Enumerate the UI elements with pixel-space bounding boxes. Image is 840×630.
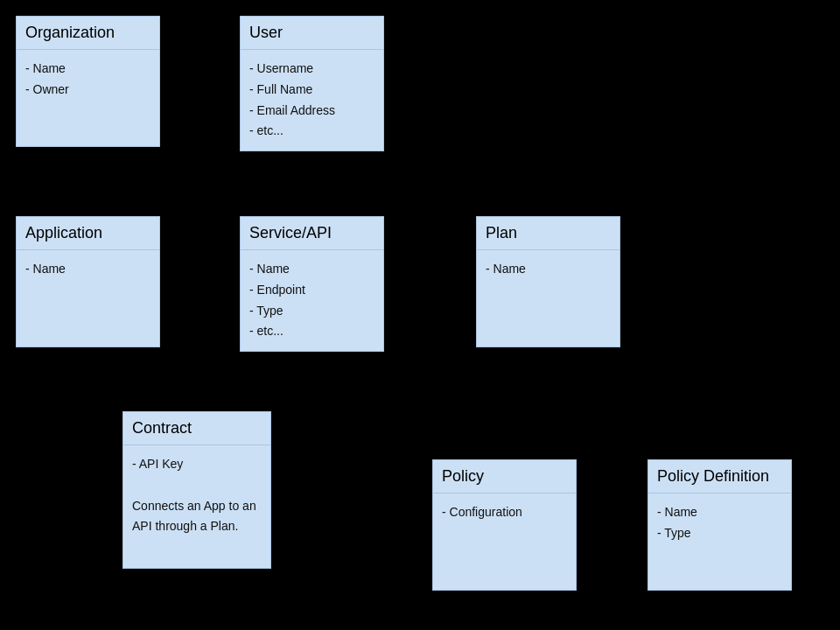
user-body: - Username - Full Name - Email Address -…	[241, 50, 383, 150]
policy-definition-entity: Policy Definition - Name - Type	[648, 459, 792, 591]
org-field-2: - Owner	[25, 80, 150, 101]
organization-body: - Name - Owner	[17, 50, 159, 109]
service-api-body: - Name - Endpoint - Type - etc...	[241, 250, 383, 351]
contract-entity: Contract - API Key Connects an App to an…	[122, 411, 271, 569]
poldef-field-2: - Type	[657, 523, 782, 544]
user-field-2: - Full Name	[249, 80, 374, 101]
plan-title: Plan	[477, 217, 620, 250]
api-field-1: - Name	[249, 259, 374, 280]
service-api-title: Service/API	[241, 217, 383, 250]
contract-description: Connects an App to an API through a Plan…	[132, 496, 262, 538]
contract-field-1: - API Key	[132, 454, 262, 475]
app-field-1: - Name	[25, 259, 150, 280]
org-field-1: - Name	[25, 59, 150, 80]
application-entity: Application - Name	[16, 216, 160, 347]
user-field-3: - Email Address	[249, 101, 374, 122]
organization-title: Organization	[17, 17, 159, 50]
policy-title: Policy	[433, 460, 576, 494]
user-field-1: - Username	[249, 59, 374, 80]
poldef-field-1: - Name	[657, 502, 782, 523]
user-field-4: - etc...	[249, 121, 374, 142]
plan-body: - Name	[477, 250, 620, 289]
plan-entity: Plan - Name	[476, 216, 620, 347]
user-title: User	[241, 17, 383, 50]
api-field-4: - etc...	[249, 321, 374, 342]
plan-field-1: - Name	[486, 259, 611, 280]
application-body: - Name	[17, 250, 159, 289]
api-field-3: - Type	[249, 301, 374, 322]
contract-title: Contract	[123, 412, 270, 445]
application-title: Application	[17, 217, 159, 250]
api-field-2: - Endpoint	[249, 280, 374, 301]
policy-field-1: - Configuration	[442, 502, 567, 523]
policy-entity: Policy - Configuration	[432, 459, 577, 591]
user-entity: User - Username - Full Name - Email Addr…	[240, 16, 384, 151]
contract-body: - API Key Connects an App to an API thro…	[123, 445, 270, 546]
policy-definition-title: Policy Definition	[648, 460, 791, 494]
policy-body: - Configuration	[433, 494, 576, 532]
service-api-entity: Service/API - Name - Endpoint - Type - e…	[240, 216, 384, 352]
policy-definition-body: - Name - Type	[648, 494, 791, 553]
organization-entity: Organization - Name - Owner	[16, 16, 160, 147]
